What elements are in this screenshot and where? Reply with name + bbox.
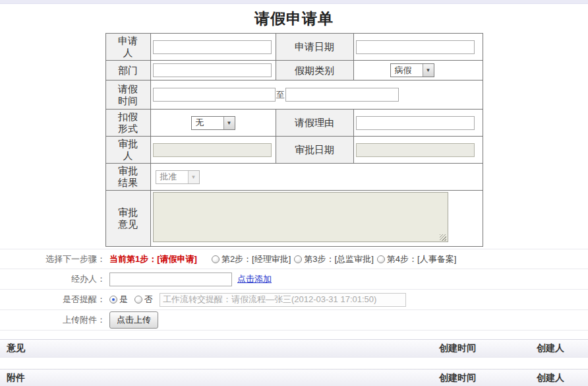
next-step-row: 选择下一步骤： 当前第1步：[请假申请] 第2步：[经理审批] 第3步：[总监审… <box>0 249 588 269</box>
opinion-col-created-time: 创建时间 <box>439 342 537 354</box>
remind-yes-radio[interactable] <box>109 296 117 304</box>
row-leave-time: 请假时间 至 <box>105 80 483 110</box>
apply-date-label: 申请日期 <box>295 41 334 53</box>
current-step-text: 当前第1步：[请假申请] <box>109 253 197 265</box>
add-handler-link[interactable]: 点击添加 <box>237 273 272 285</box>
top-strip <box>0 0 588 4</box>
reason-label: 请假理由 <box>295 117 334 129</box>
step-option-2[interactable]: 第2步：[经理审批] <box>212 253 291 265</box>
apply-date-input[interactable] <box>356 40 475 54</box>
approve-opinion-textarea <box>153 192 448 242</box>
attachment-col-creator: 创建人 <box>537 372 588 384</box>
row-applicant: 申请人 申请日期 <box>105 34 483 61</box>
page-title: 请假申请单 <box>0 9 588 29</box>
resize-grip-icon <box>440 234 446 241</box>
approve-opinion-cell <box>150 191 483 247</box>
opinion-col-creator: 创建人 <box>537 342 588 354</box>
leave-time-label: 请假时间 <box>117 83 139 107</box>
attachment-section-header: 附件 创建时间 创建人 <box>0 369 588 386</box>
attachment-col-created-time: 创建时间 <box>439 372 537 384</box>
approve-result-cell: 批准 ▼ <box>150 164 483 191</box>
step3-radio[interactable] <box>294 255 302 263</box>
approve-result-select: 批准 ▼ <box>156 170 200 184</box>
approve-date-input <box>356 143 475 157</box>
row-approve-opinion: 审批意见 <box>105 191 483 247</box>
remind-message-input <box>160 293 406 307</box>
attachment-title: 附件 <box>0 372 439 384</box>
reason-label-cell: 请假理由 <box>276 110 353 137</box>
chevron-down-icon: ▼ <box>223 117 235 129</box>
leave-time-label-cell: 请假时间 <box>105 80 150 110</box>
handler-row: 经办人： 点击添加 <box>0 269 588 290</box>
approver-input-cell <box>150 137 276 164</box>
leave-form-table: 申请人 申请日期 部门 假期类别 病假 ▼ 请假时间 至 扣假形式 无 ▼ 请假… <box>105 33 483 247</box>
step2-label: 第2步：[经理审批] <box>221 253 291 265</box>
handler-label: 经办人： <box>0 273 109 285</box>
remind-no-label: 否 <box>144 294 153 306</box>
row-approver: 审批人 审批日期 <box>105 137 483 164</box>
leave-type-cell: 病假 ▼ <box>353 61 483 80</box>
apply-date-input-cell <box>353 34 483 61</box>
applicant-label: 申请人 <box>117 35 139 59</box>
to-label: 至 <box>276 90 285 100</box>
step4-radio[interactable] <box>377 255 385 263</box>
approver-label: 审批人 <box>117 138 139 162</box>
deduction-select[interactable]: 无 ▼ <box>191 116 235 130</box>
step-option-4[interactable]: 第4步：[人事备案] <box>377 253 456 265</box>
approve-result-value: 批准 <box>156 171 188 183</box>
department-input-cell <box>150 61 276 80</box>
remind-no-radio[interactable] <box>134 296 142 304</box>
approve-result-label-cell: 审批结果 <box>105 164 150 191</box>
approver-input <box>153 143 272 157</box>
step2-radio[interactable] <box>212 255 220 263</box>
applicant-label-cell: 申请人 <box>105 34 150 61</box>
approve-opinion-label-cell: 审批意见 <box>105 191 150 247</box>
handler-input[interactable] <box>109 273 232 286</box>
chevron-down-icon: ▼ <box>423 64 434 77</box>
next-step-label: 选择下一步骤： <box>0 253 109 265</box>
remind-label: 是否提醒： <box>0 294 109 306</box>
leave-type-label: 假期类别 <box>295 65 334 77</box>
deduction-label-cell: 扣假形式 <box>105 110 150 137</box>
approve-date-label: 审批日期 <box>295 144 334 156</box>
approve-date-label-cell: 审批日期 <box>276 137 353 164</box>
deduction-label: 扣假形式 <box>117 111 139 135</box>
approver-label-cell: 审批人 <box>105 137 150 164</box>
chevron-down-icon: ▼ <box>188 171 199 183</box>
step-option-3[interactable]: 第3步：[总监审批] <box>294 253 373 265</box>
reason-input-cell <box>353 110 483 137</box>
upload-button[interactable]: 点击上传 <box>109 311 158 329</box>
department-input[interactable] <box>153 63 272 77</box>
department-label: 部门 <box>118 65 138 77</box>
step3-label: 第3步：[总监审批] <box>304 253 373 265</box>
opinion-title: 意见 <box>0 342 439 354</box>
leave-time-cell: 至 <box>150 80 483 110</box>
workflow-rows: 选择下一步骤： 当前第1步：[请假申请] 第2步：[经理审批] 第3步：[总监审… <box>0 249 588 331</box>
row-department: 部门 假期类别 病假 ▼ <box>105 61 483 80</box>
remind-no-option[interactable]: 否 <box>134 294 153 306</box>
remind-row: 是否提醒： 是 否 <box>0 290 588 310</box>
opinion-section-header: 意见 创建时间 创建人 <box>0 339 588 358</box>
remind-yes-option[interactable]: 是 <box>109 294 128 306</box>
approve-date-input-cell <box>353 137 483 164</box>
row-approve-result: 审批结果 批准 ▼ <box>105 164 483 191</box>
apply-date-label-cell: 申请日期 <box>276 34 353 61</box>
leave-type-value: 病假 <box>391 65 423 77</box>
leave-end-input[interactable] <box>285 88 399 102</box>
upload-label: 上传附件： <box>0 314 109 326</box>
leave-type-label-cell: 假期类别 <box>276 61 353 80</box>
approve-opinion-label: 审批意见 <box>117 207 139 230</box>
deduction-cell: 无 ▼ <box>150 110 276 137</box>
remind-yes-label: 是 <box>119 294 128 306</box>
department-label-cell: 部门 <box>105 61 150 80</box>
approve-result-label: 审批结果 <box>117 165 139 189</box>
step4-label: 第4步：[人事备案] <box>387 253 456 265</box>
row-deduction: 扣假形式 无 ▼ 请假理由 <box>105 110 483 137</box>
deduction-value: 无 <box>192 117 223 129</box>
reason-input[interactable] <box>356 116 475 130</box>
leave-type-select[interactable]: 病假 ▼ <box>390 63 434 77</box>
applicant-input-cell <box>150 34 276 61</box>
leave-start-input[interactable] <box>153 88 276 102</box>
upload-row: 上传附件： 点击上传 <box>0 310 588 331</box>
applicant-input[interactable] <box>153 40 272 54</box>
